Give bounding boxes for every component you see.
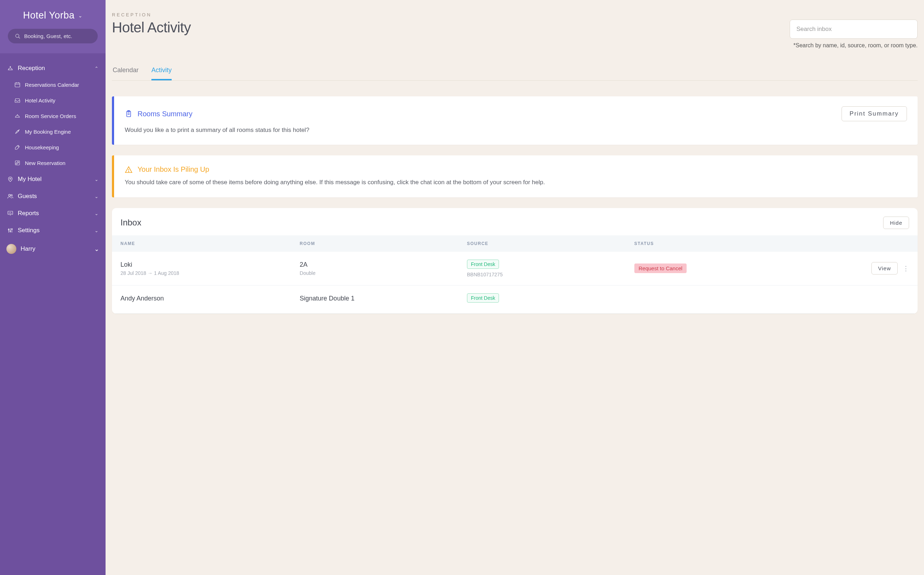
inbox-table-head: NAME ROOM SOURCE STATUS: [112, 235, 918, 252]
warning-icon: [125, 166, 133, 173]
chevron-down-icon: ⌄: [95, 211, 98, 216]
view-button[interactable]: View: [872, 262, 898, 275]
svg-rect-3: [15, 83, 20, 87]
col-name: NAME: [120, 241, 300, 246]
nav-sub-reception: Reservations Calendar Hotel Activity Roo…: [0, 77, 106, 171]
main-content: RECEPTION Hotel Activity *Search by name…: [106, 0, 924, 575]
sidebar-header: Hotel Yorba ⌄ Booking, Guest, etc.: [0, 0, 106, 53]
broom-icon: [14, 144, 21, 151]
edit-icon: [14, 160, 21, 166]
nav-sub-label: New Reservation: [25, 160, 65, 166]
svg-point-7: [17, 114, 18, 115]
tab-activity[interactable]: Activity: [151, 67, 172, 80]
nav-sub-label: Hotel Activity: [25, 97, 55, 103]
room-type: Double: [300, 270, 467, 276]
inbox-alert-card: Your Inbox Is Piling Up You should take …: [112, 156, 918, 197]
sliders-icon: [7, 227, 14, 233]
room-number: 2A: [300, 261, 467, 268]
nav-item-my-hotel[interactable]: My Hotel ⌄: [0, 171, 106, 188]
nav: Reception ⌃ Reservations Calendar Hotel …: [0, 53, 106, 262]
svg-line-1: [19, 37, 20, 38]
page-title: Hotel Activity: [112, 19, 191, 36]
hide-button[interactable]: Hide: [883, 216, 909, 229]
search-icon: [15, 33, 21, 39]
source-id: BBNB10717275: [467, 272, 634, 277]
nav-sub-label: Room Service Orders: [25, 113, 76, 119]
page-header: Hotel Activity *Search by name, id, sour…: [112, 19, 918, 49]
inbox-title: Inbox: [120, 218, 141, 227]
tab-calendar[interactable]: Calendar: [113, 67, 139, 80]
nav-sub-new-reservation[interactable]: New Reservation: [7, 155, 106, 171]
pin-icon: [7, 176, 14, 183]
inbox-row[interactable]: Andy Anderson Signature Double 1 Front D…: [112, 286, 918, 314]
tray-icon: [14, 113, 21, 119]
nav-sub-label: My Booking Engine: [25, 129, 71, 135]
col-room: ROOM: [300, 241, 467, 246]
svg-point-11: [8, 194, 10, 196]
stay-dates: 28 Jul 2018 → 1 Aug 2018: [120, 270, 300, 276]
chevron-down-icon: ⌄: [95, 194, 98, 199]
card-body: Would you like a to print a summary of a…: [125, 125, 907, 135]
card-title: Rooms Summary: [138, 110, 192, 118]
rocket-icon: [14, 129, 21, 135]
kebab-icon[interactable]: ⋮: [903, 265, 909, 272]
print-summary-button[interactable]: Print Summary: [842, 106, 907, 121]
svg-point-0: [16, 34, 19, 37]
svg-point-10: [10, 178, 11, 179]
nav-label: Guests: [18, 193, 37, 200]
source-tag: Front Desk: [467, 260, 499, 269]
tabs: Calendar Activity: [112, 67, 918, 81]
nav-label: Reports: [18, 210, 39, 217]
bell-icon: [7, 65, 14, 71]
nav-label: Settings: [18, 227, 40, 234]
status-badge: Request to Cancel: [634, 264, 686, 273]
search-column: *Search by name, id, source, room, or ro…: [790, 19, 918, 49]
inbox-row[interactable]: Loki 28 Jul 2018 → 1 Aug 2018 2A Double …: [112, 252, 918, 286]
col-status: STATUS: [634, 241, 802, 246]
card-body: You should take care of some of these it…: [125, 178, 907, 187]
hotel-selector[interactable]: Hotel Yorba ⌄: [8, 10, 98, 21]
nav-sub-hotel-activity[interactable]: Hotel Activity: [7, 92, 106, 108]
clipboard-icon: [125, 110, 133, 118]
nav-label: Reception: [18, 65, 45, 72]
guest-name: Andy Anderson: [120, 295, 300, 302]
user-menu[interactable]: Harry ⌄: [0, 239, 106, 259]
inbox-icon: [14, 97, 21, 103]
rooms-summary-card: Rooms Summary Print Summary Would you li…: [112, 96, 918, 145]
nav-sub-label: Housekeeping: [25, 145, 59, 151]
hotel-name: Hotel Yorba: [23, 10, 74, 21]
card-title: Your Inbox Is Piling Up: [138, 165, 209, 173]
chevron-up-icon: ⌃: [95, 66, 98, 71]
svg-point-8: [18, 130, 19, 131]
room-number: Signature Double 1: [300, 295, 467, 302]
calendar-icon: [14, 81, 21, 88]
guest-name: Loki: [120, 261, 300, 268]
user-name: Harry: [21, 245, 36, 253]
nav-sub-housekeeping[interactable]: Housekeeping: [7, 140, 106, 155]
source-tag: Front Desk: [467, 293, 499, 303]
users-icon: [7, 193, 14, 200]
chevron-down-icon: ⌄: [94, 245, 99, 253]
nav-item-guests[interactable]: Guests ⌄: [0, 188, 106, 205]
nav-sub-room-service[interactable]: Room Service Orders: [7, 108, 106, 124]
nav-item-reports[interactable]: Reports ⌄: [0, 205, 106, 222]
chevron-down-icon: ⌄: [95, 228, 98, 233]
col-source: SOURCE: [467, 241, 634, 246]
nav-item-settings[interactable]: Settings ⌄: [0, 222, 106, 239]
nav-label: My Hotel: [18, 176, 41, 183]
chevron-down-icon: ⌄: [78, 13, 83, 19]
svg-point-2: [10, 67, 11, 67]
search-hint: *Search by name, id, source, room, or ro…: [790, 42, 918, 49]
sidebar-search-placeholder: Booking, Guest, etc.: [24, 33, 72, 39]
avatar: [6, 244, 16, 254]
chevron-down-icon: ⌄: [95, 177, 98, 182]
nav-sub-reservations-calendar[interactable]: Reservations Calendar: [7, 77, 106, 92]
sidebar: Hotel Yorba ⌄ Booking, Guest, etc. Recep…: [0, 0, 106, 575]
inbox-panel: Inbox Hide NAME ROOM SOURCE STATUS Loki …: [112, 208, 918, 314]
nav-item-reception[interactable]: Reception ⌃: [0, 60, 106, 77]
sidebar-search[interactable]: Booking, Guest, etc.: [8, 29, 98, 43]
breadcrumb: RECEPTION: [112, 12, 918, 17]
nav-sub-booking-engine[interactable]: My Booking Engine: [7, 124, 106, 140]
svg-point-12: [11, 194, 13, 196]
inbox-search-input[interactable]: [790, 19, 918, 39]
